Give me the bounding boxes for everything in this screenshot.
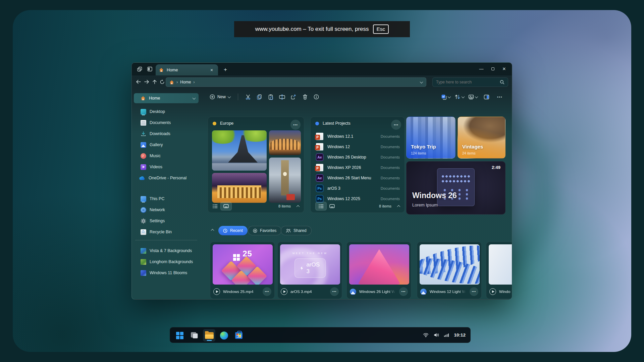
chevron-down-icon[interactable]	[193, 96, 196, 100]
file-row-windows-26-start-menu[interactable]: Ae Windows 26 Start Menu Documents	[314, 173, 402, 183]
europe-folder-card[interactable]: Europe ••• 8 items	[208, 117, 304, 213]
file-row-windows-xp-2026[interactable]: P Windows XP 2026 Documents	[314, 163, 402, 173]
sidebar-item-downloads[interactable]: Downloads	[134, 129, 199, 139]
edge-button[interactable]	[218, 329, 230, 342]
more-options-button[interactable]: •••	[399, 287, 408, 296]
tab-overview-button[interactable]	[135, 65, 144, 73]
video-duration: 2:49	[492, 165, 500, 170]
task-view-button[interactable]	[188, 329, 201, 342]
tokyo-trip-folder-tile[interactable]: Tokyo Trip 124 items	[406, 117, 455, 159]
sidebar-item-network[interactable]: Network	[134, 205, 199, 215]
sidebar-item-settings[interactable]: Settings	[134, 216, 199, 226]
rename-button[interactable]	[276, 92, 288, 102]
search-box[interactable]	[432, 77, 508, 87]
copy-button[interactable]	[254, 92, 265, 102]
back-button[interactable]	[135, 78, 143, 86]
more-options-button[interactable]: •••	[470, 287, 478, 296]
select-all-button[interactable]	[440, 94, 451, 100]
sidebar-item-videos[interactable]: Videos	[134, 162, 199, 172]
delete-button[interactable]	[299, 92, 311, 102]
onedrive-icon	[139, 176, 145, 180]
gallery-view-icon[interactable]	[220, 202, 232, 210]
media-card-partial[interactable]: Windo	[486, 242, 512, 299]
photo-brandenburg-gate[interactable]	[212, 173, 267, 203]
new-tab-button[interactable]: +	[221, 65, 230, 74]
tab-favorites[interactable]: Favorites	[248, 226, 281, 235]
search-input[interactable]	[436, 80, 500, 84]
play-icon	[489, 288, 496, 295]
file-explorer-button[interactable]	[203, 329, 215, 342]
sidebar-item-music[interactable]: Music	[134, 151, 199, 161]
media-card-windows-12-light-wallpaper[interactable]: Windows 12 Light Wallp •••	[417, 242, 482, 299]
minimize-button[interactable]: —	[476, 64, 487, 73]
wifi-icon[interactable]	[423, 333, 429, 337]
address-bar[interactable]: › Home ›	[166, 77, 426, 87]
forward-button[interactable]	[143, 78, 151, 86]
sidebar-item-desktop[interactable]: Desktop	[134, 107, 199, 117]
command-divider	[238, 94, 238, 100]
close-button[interactable]: ✕	[498, 64, 510, 73]
tab-home[interactable]: Home ×	[156, 64, 218, 75]
details-pane-button[interactable]	[481, 92, 492, 102]
fullscreen-banner: www.youtube.com – To exit full screen, p…	[234, 21, 410, 37]
more-options-button[interactable]: •••	[330, 287, 339, 296]
sort-button[interactable]	[453, 94, 465, 100]
info-button[interactable]	[311, 92, 322, 102]
up-button[interactable]	[151, 78, 159, 86]
file-row-windows-12[interactable]: P Windows 12 Documents	[314, 142, 402, 152]
list-view-icon[interactable]	[315, 202, 327, 210]
toggle-sidebar-button[interactable]	[145, 65, 154, 73]
file-row-aros-3[interactable]: Ps arOS 3 Documents	[314, 183, 402, 193]
refresh-button[interactable]	[158, 78, 166, 86]
gallery-view-icon[interactable]	[329, 204, 335, 208]
sidebar-item-home[interactable]: Home	[134, 93, 199, 103]
collapse-icon[interactable]	[397, 205, 400, 208]
media-card-aros-3[interactable]: MEET THE NEW arOS 3 arOS 3.mp4 •••	[277, 242, 342, 299]
tab-label: Shared	[293, 228, 307, 233]
tab-shared[interactable]: Shared	[281, 226, 312, 235]
taskbar-clock[interactable]: 10:12	[454, 333, 466, 338]
photo-colosseum[interactable]	[269, 130, 301, 155]
list-view-icon[interactable]	[213, 204, 218, 208]
sidebar-item-windows-11-blooms[interactable]: Windows 11 Blooms	[134, 268, 199, 278]
more-options-button[interactable]: •••	[263, 287, 271, 296]
media-card-windows-26-light-wallpaper[interactable]: Windows 26 Light Wallp •••	[346, 242, 411, 299]
folder-title: Vintages	[462, 144, 483, 149]
photo-big-ben[interactable]	[269, 158, 301, 203]
sidebar-item-recycle-bin[interactable]: Recycle Bin	[134, 227, 199, 237]
sidebar-item-gallery[interactable]: Gallery	[134, 140, 199, 150]
sidebar-item-vista-7-backgrounds[interactable]: Vista & 7 Backgrounds	[134, 246, 199, 256]
more-options-button[interactable]: •••	[290, 120, 301, 130]
maximize-button[interactable]	[487, 64, 498, 73]
latest-projects-card[interactable]: Latest Projects ••• P Windows 12.1 Docum…	[310, 117, 405, 213]
collapse-icon[interactable]	[297, 205, 300, 208]
sidebar-item-longhorn-backgrounds[interactable]: Longhorn Backgrounds	[134, 257, 199, 267]
volume-icon[interactable]	[434, 333, 439, 337]
more-options-button[interactable]: •••	[391, 120, 401, 130]
address-dropdown-icon[interactable]	[420, 80, 423, 83]
view-button[interactable]	[467, 95, 479, 100]
video-preview-card[interactable]: 2:49 Windows 26 Lorem Ipsum	[406, 161, 505, 215]
tab-close-icon[interactable]: ×	[209, 67, 215, 73]
store-button[interactable]	[232, 329, 245, 342]
breadcrumb-item-home[interactable]: Home	[180, 80, 191, 84]
tab-recent[interactable]: Recent	[218, 226, 248, 235]
sidebar-item-onedrive[interactable]: OneDrive - Personal	[134, 173, 199, 183]
section-collapse-icon[interactable]	[211, 229, 214, 232]
start-button[interactable]	[173, 329, 186, 342]
people-icon	[286, 229, 291, 233]
media-card-windows-25[interactable]: 25 Windows 25.mp4 •••	[210, 242, 275, 299]
sidebar-item-this-pc[interactable]: This PC	[134, 194, 199, 204]
new-button[interactable]: New	[206, 92, 234, 102]
cut-button[interactable]	[242, 92, 254, 102]
file-row-windows-26-desktop[interactable]: Ae Windows 26 Desktop Documents	[314, 152, 402, 162]
cellular-signal-icon[interactable]	[444, 334, 449, 337]
file-row-windows-12-1[interactable]: P Windows 12.1 Documents	[314, 131, 402, 141]
photo-eiffel-tower[interactable]	[212, 130, 267, 171]
sidebar-item-documents[interactable]: Documents	[134, 118, 199, 128]
share-button[interactable]	[288, 92, 299, 102]
vintages-folder-tile[interactable]: Vintages 24 items	[458, 117, 505, 159]
paste-button[interactable]	[265, 92, 276, 102]
folder-thumbnail-icon	[141, 259, 146, 265]
see-more-button[interactable]: •••	[494, 92, 505, 102]
